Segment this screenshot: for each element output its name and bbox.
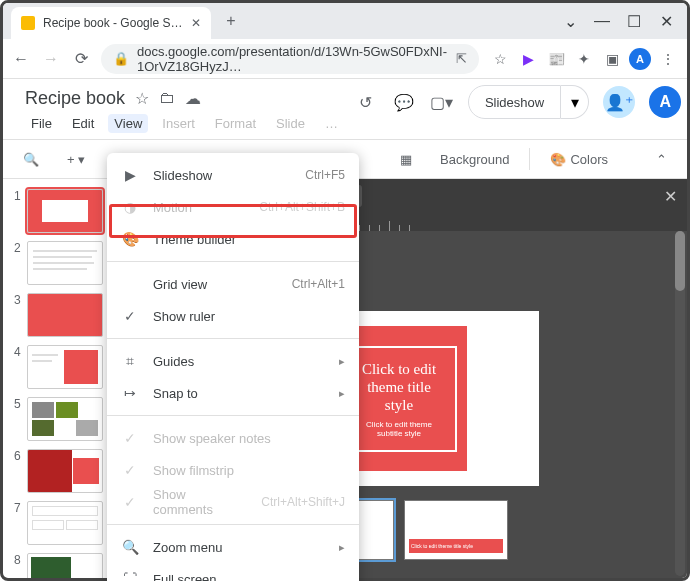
slideshow-button[interactable]: Slideshow ▾ bbox=[468, 85, 589, 119]
browser-profile-avatar[interactable]: A bbox=[629, 48, 651, 70]
forward-icon: → bbox=[41, 50, 61, 68]
menu-file[interactable]: File bbox=[25, 114, 58, 133]
menu-format[interactable]: Format bbox=[209, 114, 262, 133]
menubar: File Edit View Insert Format Slide … bbox=[25, 111, 344, 135]
layout-icon[interactable]: ▦ bbox=[392, 148, 420, 171]
menu-insert[interactable]: Insert bbox=[156, 114, 201, 133]
fullscreen-icon: ⛶ bbox=[121, 571, 139, 581]
slide-thumb-6[interactable] bbox=[27, 449, 103, 493]
window-controls: ⌄ — ☐ ✕ bbox=[549, 14, 687, 28]
browser-tab[interactable]: Recipe book - Google Slides ✕ bbox=[11, 7, 211, 39]
slide-thumb-2[interactable] bbox=[27, 241, 103, 285]
menu-item-motion[interactable]: ◑ Motion Ctrl+Alt+Shift+B bbox=[107, 191, 359, 223]
browser-toolbar: ← → ⟳ 🔒 docs.google.com/presentation/d/1… bbox=[3, 39, 687, 79]
menu-item-filmstrip[interactable]: ✓ Show filmstrip bbox=[107, 454, 359, 486]
menu-item-guides[interactable]: ⌗ Guides ▸ bbox=[107, 345, 359, 377]
vertical-scrollbar[interactable] bbox=[675, 231, 685, 576]
menu-item-slideshow[interactable]: ▶ Slideshow Ctrl+F5 bbox=[107, 159, 359, 191]
reload-icon[interactable]: ⟳ bbox=[71, 49, 91, 68]
thumb-index: 4 bbox=[11, 345, 21, 359]
menu-divider bbox=[107, 415, 359, 416]
add-icon[interactable]: + ▾ bbox=[59, 148, 93, 171]
minimize-icon[interactable]: — bbox=[595, 14, 609, 28]
thumb-index: 8 bbox=[11, 553, 21, 567]
slide-thumb-5[interactable] bbox=[27, 397, 103, 441]
menu-more[interactable]: … bbox=[319, 114, 344, 133]
menu-item-zoom[interactable]: 🔍 Zoom menu ▸ bbox=[107, 531, 359, 563]
menu-divider bbox=[107, 338, 359, 339]
thumb-index: 3 bbox=[11, 293, 21, 307]
slide-thumb-4[interactable] bbox=[27, 345, 103, 389]
close-tab-icon[interactable]: ✕ bbox=[191, 16, 201, 30]
slide-thumb-1[interactable] bbox=[27, 189, 103, 233]
play-ext-icon[interactable]: ▶ bbox=[517, 48, 539, 70]
slide-thumb-8[interactable] bbox=[27, 553, 103, 578]
thumb-index: 5 bbox=[11, 397, 21, 411]
slideshow-label: Slideshow bbox=[468, 85, 561, 119]
master-title-text: Click to edit theme title style bbox=[354, 360, 445, 414]
thumb-index: 1 bbox=[11, 189, 21, 203]
overflow-icon[interactable]: ⋮ bbox=[657, 48, 679, 70]
colors-button[interactable]: 🎨 Colors bbox=[542, 148, 616, 171]
check-icon: ✓ bbox=[121, 462, 139, 478]
star-icon[interactable]: ☆ bbox=[489, 48, 511, 70]
browser-tabstrip: Recipe book - Google Slides ✕ + ⌄ — ☐ ✕ bbox=[3, 3, 687, 39]
thumb-index: 6 bbox=[11, 449, 21, 463]
menu-view[interactable]: View bbox=[108, 114, 148, 133]
address-bar[interactable]: 🔒 docs.google.com/presentation/d/13Wn-5G… bbox=[101, 44, 479, 74]
account-avatar[interactable]: A bbox=[649, 86, 681, 118]
history-icon[interactable]: ↺ bbox=[354, 90, 378, 114]
menu-divider bbox=[107, 524, 359, 525]
menu-item-snap-to[interactable]: ↦ Snap to ▸ bbox=[107, 377, 359, 409]
maximize-icon[interactable]: ☐ bbox=[627, 14, 641, 28]
zoom-icon: 🔍 bbox=[121, 539, 139, 555]
slideshow-dropdown-icon[interactable]: ▾ bbox=[561, 85, 589, 119]
cloud-status-icon[interactable]: ☁ bbox=[185, 89, 201, 108]
new-tab-button[interactable]: + bbox=[217, 7, 245, 35]
check-icon: ✓ bbox=[121, 494, 139, 510]
master-subtitle-text: Click to edit theme subtitle style bbox=[354, 420, 445, 438]
bookmark-ext-icon[interactable]: ▣ bbox=[601, 48, 623, 70]
menu-item-full-screen[interactable]: ⛶ Full screen bbox=[107, 563, 359, 581]
menu-item-comments[interactable]: ✓ Show comments Ctrl+Alt+Shift+J bbox=[107, 486, 359, 518]
scrollbar-thumb[interactable] bbox=[675, 231, 685, 291]
menu-item-speaker-notes[interactable]: ✓ Show speaker notes bbox=[107, 422, 359, 454]
slideshow-icon: ▶ bbox=[121, 167, 139, 183]
comments-icon[interactable]: 💬 bbox=[392, 90, 416, 114]
submenu-arrow-icon: ▸ bbox=[339, 541, 345, 554]
url-text: docs.google.com/presentation/d/13Wn-5GwS… bbox=[137, 44, 448, 74]
thumb-index: 7 bbox=[11, 501, 21, 515]
menu-item-show-ruler[interactable]: ✓ Show ruler bbox=[107, 300, 359, 332]
submenu-arrow-icon: ▸ bbox=[339, 387, 345, 400]
document-title[interactable]: Recipe book bbox=[25, 88, 125, 109]
star-doc-icon[interactable]: ☆ bbox=[135, 89, 149, 108]
share-button[interactable]: 👤⁺ bbox=[603, 86, 635, 118]
menu-edit[interactable]: Edit bbox=[66, 114, 100, 133]
menu-item-theme-builder[interactable]: 🎨 Theme builder bbox=[107, 223, 359, 255]
present-dropdown-icon[interactable]: ▢▾ bbox=[430, 90, 454, 114]
menu-divider bbox=[107, 261, 359, 262]
menu-slide[interactable]: Slide bbox=[270, 114, 311, 133]
background-button[interactable]: Background bbox=[432, 148, 517, 171]
expand-up-icon[interactable]: ⌃ bbox=[648, 148, 675, 171]
close-window-icon[interactable]: ✕ bbox=[659, 14, 673, 28]
layout-mini-label: Click to edit theme title style bbox=[411, 543, 473, 549]
check-icon: ✓ bbox=[121, 430, 139, 446]
extensions-icon[interactable]: ✦ bbox=[573, 48, 595, 70]
layout-thumb-2[interactable]: Click to edit theme title style bbox=[404, 500, 508, 560]
reader-ext-icon[interactable]: 📰 bbox=[545, 48, 567, 70]
view-menu-dropdown: ▶ Slideshow Ctrl+F5 ◑ Motion Ctrl+Alt+Sh… bbox=[107, 153, 359, 581]
slide-thumbnails: 1 2 3 4 5 6 7 8 bbox=[3, 179, 111, 578]
slide-thumb-7[interactable] bbox=[27, 501, 103, 545]
share-icon[interactable]: ⇱ bbox=[456, 51, 467, 66]
menu-item-grid-view[interactable]: Grid view Ctrl+Alt+1 bbox=[107, 268, 359, 300]
snap-icon: ↦ bbox=[121, 385, 139, 401]
guides-icon: ⌗ bbox=[121, 353, 139, 370]
lock-icon: 🔒 bbox=[113, 51, 129, 66]
back-icon[interactable]: ← bbox=[11, 50, 31, 68]
slide-thumb-3[interactable] bbox=[27, 293, 103, 337]
zoom-icon[interactable]: 🔍 bbox=[15, 148, 47, 171]
close-theme-builder-icon[interactable]: ✕ bbox=[664, 187, 677, 206]
move-to-folder-icon[interactable]: 🗀 bbox=[159, 89, 175, 107]
chevron-down-icon[interactable]: ⌄ bbox=[563, 14, 577, 28]
